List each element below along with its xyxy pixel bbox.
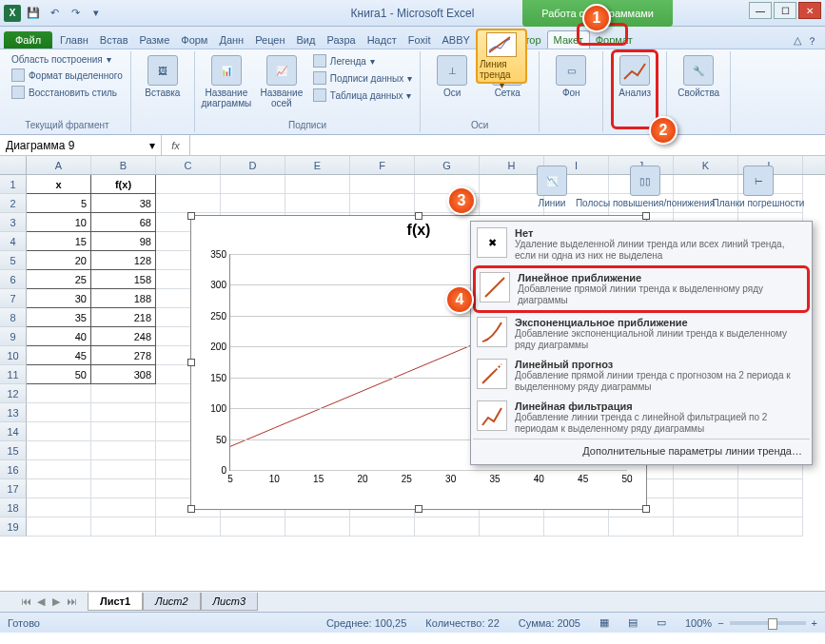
menu-item-none[interactable]: ✖ НетУдаление выделенной линии тренда ил… — [473, 224, 810, 265]
row-header[interactable]: 10 — [0, 346, 27, 365]
tab-format[interactable]: Формат — [590, 31, 638, 49]
row-header[interactable]: 14 — [0, 422, 27, 441]
sheet-tab-2[interactable]: Лист2 — [143, 593, 200, 611]
col-header[interactable]: G — [415, 156, 480, 174]
tab-layout[interactable]: Макет — [547, 30, 590, 49]
file-tab[interactable]: Файл — [4, 31, 52, 49]
cell[interactable] — [91, 384, 156, 403]
zoom-out-icon[interactable]: − — [717, 617, 723, 629]
view-break-icon[interactable]: ▭ — [657, 616, 666, 629]
trendline-button[interactable]: Линия тренда▾ — [476, 29, 527, 84]
data-table-button[interactable]: Таблица данных ▾ — [311, 88, 414, 103]
cell[interactable] — [27, 441, 91, 460]
tab-view[interactable]: Вид — [291, 31, 322, 49]
row-header[interactable]: 13 — [0, 403, 27, 422]
row-header[interactable]: 11 — [0, 365, 27, 384]
cell[interactable] — [91, 460, 156, 479]
view-normal-icon[interactable]: ▦ — [599, 616, 609, 629]
menu-item-more-options[interactable]: Дополнительные параметры линии тренда… — [473, 439, 810, 462]
cell[interactable]: 10 — [27, 213, 91, 232]
cell[interactable] — [350, 194, 415, 213]
error-bars-button[interactable]: ⊢Планки погрешности — [716, 164, 801, 219]
chart-element-selector[interactable]: Область построения ▾ — [10, 53, 125, 66]
select-all-corner[interactable] — [0, 156, 27, 174]
cell[interactable] — [738, 517, 803, 537]
cell[interactable] — [285, 175, 350, 194]
cell[interactable] — [674, 479, 738, 498]
row-header[interactable]: 9 — [0, 327, 27, 346]
col-header[interactable]: C — [156, 156, 221, 174]
last-sheet-icon[interactable]: ⏭ — [65, 595, 78, 608]
col-header[interactable]: D — [221, 156, 285, 174]
cell[interactable] — [544, 517, 609, 537]
cell[interactable] — [91, 517, 156, 537]
row-header[interactable]: 1 — [0, 175, 27, 194]
tab-abby[interactable]: ABBY — [437, 31, 476, 49]
cell[interactable]: 15 — [27, 232, 91, 251]
cell[interactable] — [350, 517, 415, 537]
cell[interactable] — [156, 517, 221, 537]
menu-item-linear[interactable]: Линейное приближениеДобавление прямой ли… — [473, 265, 810, 313]
cell[interactable] — [156, 194, 221, 213]
cell[interactable] — [91, 403, 156, 422]
cell[interactable] — [27, 460, 91, 479]
tab-formulas[interactable]: Форм — [175, 31, 213, 49]
cell[interactable]: x — [27, 175, 91, 194]
cell[interactable]: 98 — [91, 232, 156, 251]
col-header[interactable]: F — [350, 156, 415, 174]
cell[interactable]: 128 — [91, 251, 156, 270]
cell[interactable] — [27, 498, 91, 517]
cell[interactable]: 278 — [91, 346, 156, 365]
cell[interactable]: 30 — [27, 289, 91, 308]
save-icon[interactable]: 💾 — [25, 5, 42, 22]
row-header[interactable]: 19 — [0, 517, 27, 537]
cell[interactable]: 188 — [91, 289, 156, 308]
cell[interactable] — [738, 479, 803, 498]
analysis-button[interactable]: Анализ — [609, 53, 660, 100]
cell[interactable] — [674, 517, 738, 537]
cell[interactable]: 308 — [91, 365, 156, 384]
first-sheet-icon[interactable]: ⏮ — [19, 595, 32, 608]
row-header[interactable]: 5 — [0, 251, 27, 270]
chart-title-button[interactable]: 📊Название диаграммы — [201, 53, 252, 110]
row-header[interactable]: 7 — [0, 289, 27, 308]
cell[interactable] — [27, 384, 91, 403]
row-header[interactable]: 16 — [0, 460, 27, 479]
cell[interactable]: 218 — [91, 308, 156, 327]
legend-button[interactable]: Легенда ▾ — [311, 53, 414, 68]
cell[interactable] — [350, 175, 415, 194]
tab-addins[interactable]: Надст — [362, 31, 403, 49]
prev-sheet-icon[interactable]: ◀ — [34, 595, 48, 608]
axis-title-button[interactable]: 📈Название осей — [256, 53, 307, 110]
tab-pagelayout[interactable]: Разме — [134, 31, 176, 49]
row-header[interactable]: 18 — [0, 498, 27, 517]
cell[interactable] — [91, 498, 156, 517]
cell[interactable]: 248 — [91, 327, 156, 346]
formula-input[interactable] — [190, 135, 825, 155]
background-button[interactable]: ▭Фон — [545, 53, 597, 100]
chevron-down-icon[interactable]: ▾ — [149, 139, 155, 152]
cell[interactable]: 40 — [27, 327, 91, 346]
cell[interactable]: 20 — [27, 251, 91, 270]
lines-button[interactable]: 📉Линии — [529, 164, 575, 219]
row-header[interactable]: 2 — [0, 194, 27, 213]
zoom-in-icon[interactable]: + — [812, 617, 817, 629]
cell[interactable] — [674, 498, 738, 517]
close-button[interactable]: ✕ — [798, 2, 821, 19]
fx-icon[interactable]: fx — [162, 135, 190, 155]
name-box[interactable]: Диаграмма 9▾ — [0, 135, 162, 155]
cell[interactable]: 35 — [27, 308, 91, 327]
cell[interactable] — [27, 403, 91, 422]
undo-icon[interactable]: ↶ — [46, 5, 63, 22]
axes-button[interactable]: ⊥Оси — [426, 53, 478, 100]
row-header[interactable]: 17 — [0, 479, 27, 498]
row-header[interactable]: 4 — [0, 232, 27, 251]
minimize-button[interactable]: — — [749, 2, 772, 19]
cell[interactable] — [609, 517, 674, 537]
next-sheet-icon[interactable]: ▶ — [49, 595, 63, 608]
cell[interactable]: f(x) — [91, 175, 156, 194]
cell[interactable]: 38 — [91, 194, 156, 213]
zoom-control[interactable]: 100% − + — [685, 617, 817, 629]
col-header[interactable]: B — [91, 156, 156, 174]
tab-insert[interactable]: Встав — [94, 31, 134, 49]
